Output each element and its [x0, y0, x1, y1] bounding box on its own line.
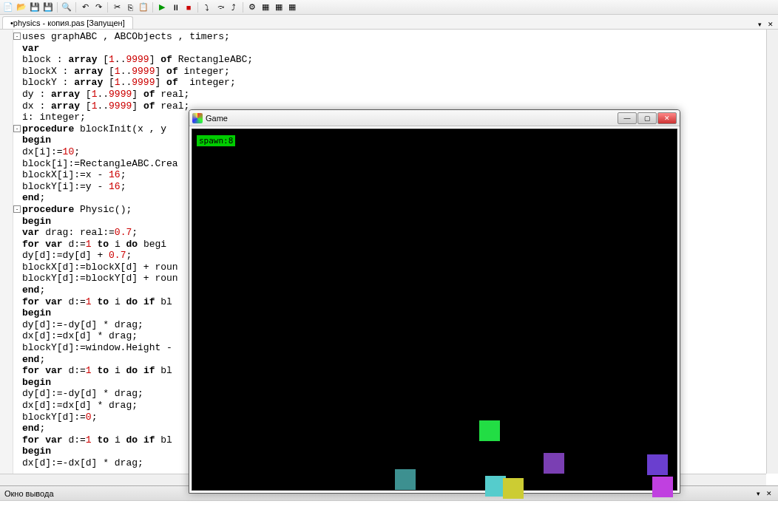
run-icon[interactable]: ▶ [156, 1, 168, 13]
editor-gutter [0, 30, 13, 485]
code-line[interactable]: block : array [1..9999] of RectangleABC; [22, 54, 253, 66]
pause-icon[interactable]: ⏸ [169, 1, 181, 13]
separator [152, 2, 153, 13]
output-close-icon[interactable]: ✕ [765, 489, 774, 498]
game-block [544, 453, 564, 474]
game-titlebar[interactable]: Game — ▢ ✕ [189, 110, 680, 126]
separator [75, 2, 76, 13]
editor-tabbar: •physics - копия.pas [Запущен] ▾ ✕ [0, 15, 778, 30]
fold-toggle-icon[interactable]: - [13, 205, 21, 213]
output-panel-body [0, 500, 778, 532]
minimize-button[interactable]: — [618, 112, 637, 124]
cut-icon[interactable]: ✂ [111, 1, 123, 13]
find-icon[interactable]: 🔍 [61, 1, 72, 13]
step-into-icon[interactable]: ⤵ [201, 1, 213, 13]
undo-icon[interactable]: ↶ [79, 1, 91, 13]
paste-icon[interactable]: 📋 [138, 1, 149, 13]
spawn-counter: spawn:8 [197, 135, 235, 146]
open-icon[interactable]: 📂 [16, 1, 27, 13]
separator [107, 2, 108, 13]
copy-icon[interactable]: ⎘ [124, 1, 136, 13]
build-icon[interactable]: ⚙ [246, 1, 258, 13]
code-line[interactable]: var [22, 43, 253, 55]
new-file-icon[interactable]: 📄 [2, 1, 14, 13]
game-window[interactable]: Game — ▢ ✕ spawn:8 [189, 109, 680, 494]
debug3-icon[interactable]: ▦ [286, 1, 298, 13]
tab-title: •physics - копия.pas [Запущен] [10, 18, 125, 27]
output-controls: ▾ ✕ [754, 489, 774, 498]
fold-toggle-icon[interactable]: - [13, 33, 21, 40]
code-line[interactable]: blockY : array [1..9999] of integer; [22, 77, 253, 89]
maximize-button[interactable]: ▢ [637, 112, 657, 124]
main-toolbar: 📄 📂 💾 💾 🔍 ↶ ↷ ✂ ⎘ 📋 ▶ ⏸ ■ ⤵ ⤼ ⤴ ⚙ ▦ ▦ ▦ [0, 0, 778, 15]
code-line[interactable]: uses graphABC , ABCObjects , timers; [22, 31, 253, 43]
game-block [479, 420, 500, 441]
output-dropdown-icon[interactable]: ▾ [754, 489, 762, 498]
separator [57, 2, 58, 13]
save-all-icon[interactable]: 💾 [42, 1, 54, 13]
window-buttons: — ▢ ✕ [618, 112, 677, 124]
separator [243, 2, 243, 13]
stop-icon[interactable]: ■ [183, 1, 194, 13]
tab-close-icon[interactable]: ✕ [766, 20, 775, 29]
game-block [652, 477, 673, 497]
save-icon[interactable]: 💾 [29, 1, 41, 13]
game-block [503, 478, 524, 499]
tab-controls: ▾ ✕ [755, 20, 778, 29]
code-line[interactable]: dy : array [1..9999] of real; [22, 89, 253, 100]
debug1-icon[interactable]: ▦ [260, 1, 271, 13]
file-tab[interactable]: •physics - копия.pas [Запущен] [2, 16, 133, 29]
output-panel-title: Окно вывода [4, 489, 54, 498]
redo-icon[interactable]: ↷ [92, 1, 104, 13]
game-block [647, 454, 668, 475]
close-button[interactable]: ✕ [657, 112, 677, 124]
game-window-title: Game [206, 114, 228, 123]
debug2-icon[interactable]: ▦ [273, 1, 285, 13]
fold-toggle-icon[interactable]: - [13, 125, 21, 132]
vertical-scrollbar[interactable] [766, 30, 778, 474]
game-canvas[interactable]: spawn:8 [192, 129, 677, 491]
separator [197, 2, 198, 13]
code-line[interactable]: blockX : array [1..9999] of integer; [22, 66, 253, 78]
step-over-icon[interactable]: ⤼ [214, 1, 226, 13]
game-block [395, 469, 416, 490]
step-out-icon[interactable]: ⤴ [228, 1, 240, 13]
game-app-icon [192, 113, 203, 123]
tab-dropdown-icon[interactable]: ▾ [755, 20, 764, 29]
